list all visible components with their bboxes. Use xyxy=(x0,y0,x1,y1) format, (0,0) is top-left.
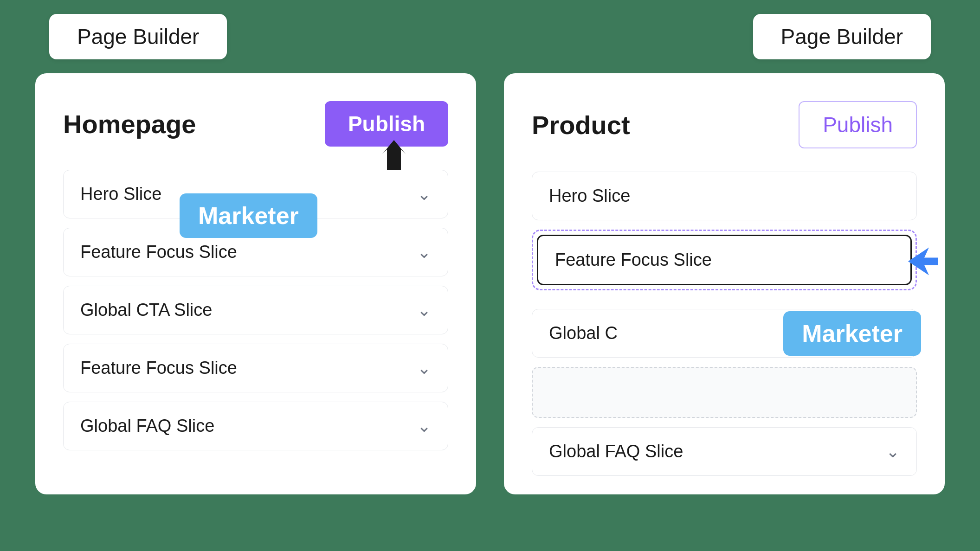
left-slice-global-cta-chevron: ⌄ xyxy=(417,301,431,320)
left-slice-feature-focus-2-chevron: ⌄ xyxy=(417,359,431,378)
left-slice-global-faq-label: Global FAQ Slice xyxy=(80,416,214,436)
right-slice-list: Hero Slice Feature Focus Slice Global C xyxy=(532,172,917,476)
left-marketer-badge: Marketer xyxy=(180,193,317,238)
top-bar: Page Builder Page Builder xyxy=(49,14,931,59)
right-slice-global-faq-chevron: ⌄ xyxy=(886,442,900,461)
right-feature-focus-wrapper: Feature Focus Slice xyxy=(532,230,917,290)
left-panel-title: Homepage xyxy=(63,109,196,139)
right-panel: Product Publish Hero Slice Feature Focus… xyxy=(504,73,945,494)
right-publish-button[interactable]: Publish xyxy=(799,101,917,148)
panels-container: Homepage Publish Hero Slice ⌄ Marketer xyxy=(35,73,945,494)
left-slice-feature-focus-2[interactable]: Feature Focus Slice ⌄ xyxy=(63,344,448,392)
cursor-arrow-right xyxy=(908,247,938,275)
left-slice-global-faq-chevron: ⌄ xyxy=(417,416,431,436)
right-slice-feature-focus-label: Feature Focus Slice xyxy=(555,250,712,270)
right-panel-title: Product xyxy=(532,110,630,140)
right-marketer-badge: Marketer xyxy=(783,311,921,356)
right-slice-empty xyxy=(532,367,917,418)
right-slice-feature-focus[interactable]: Feature Focus Slice xyxy=(537,235,912,285)
left-slice-hero-chevron: ⌄ xyxy=(417,185,431,204)
left-panel-header: Homepage Publish xyxy=(63,101,448,147)
right-slice-global-cta[interactable]: Global C Marketer xyxy=(532,309,917,358)
right-slice-global-cta-label: Global C xyxy=(549,323,618,343)
svg-marker-1 xyxy=(908,247,938,275)
right-slice-hero-label: Hero Slice xyxy=(549,186,630,206)
left-slice-global-cta-label: Global CTA Slice xyxy=(80,300,212,320)
cursor-arrow-left xyxy=(381,140,407,170)
left-slice-global-cta[interactable]: Global CTA Slice ⌄ xyxy=(63,286,448,334)
left-slice-hero[interactable]: Hero Slice ⌄ Marketer xyxy=(63,170,448,218)
right-app-title: Page Builder xyxy=(753,14,931,59)
left-slice-list: Hero Slice ⌄ Marketer Feature Focus Slic… xyxy=(63,170,448,450)
right-slice-global-faq-label: Global FAQ Slice xyxy=(549,442,683,461)
left-slice-hero-label: Hero Slice xyxy=(80,184,161,204)
left-app-title: Page Builder xyxy=(49,14,227,59)
left-slice-feature-chevron: ⌄ xyxy=(417,243,431,262)
left-slice-global-faq[interactable]: Global FAQ Slice ⌄ xyxy=(63,402,448,450)
svg-marker-0 xyxy=(382,140,406,170)
left-slice-feature-label: Feature Focus Slice xyxy=(80,242,237,262)
right-slice-hero[interactable]: Hero Slice xyxy=(532,172,917,220)
left-panel: Homepage Publish Hero Slice ⌄ Marketer xyxy=(35,73,476,494)
left-slice-feature-focus-2-label: Feature Focus Slice xyxy=(80,358,237,378)
right-panel-header: Product Publish xyxy=(532,101,917,148)
right-slice-global-faq[interactable]: Global FAQ Slice ⌄ xyxy=(532,427,917,476)
